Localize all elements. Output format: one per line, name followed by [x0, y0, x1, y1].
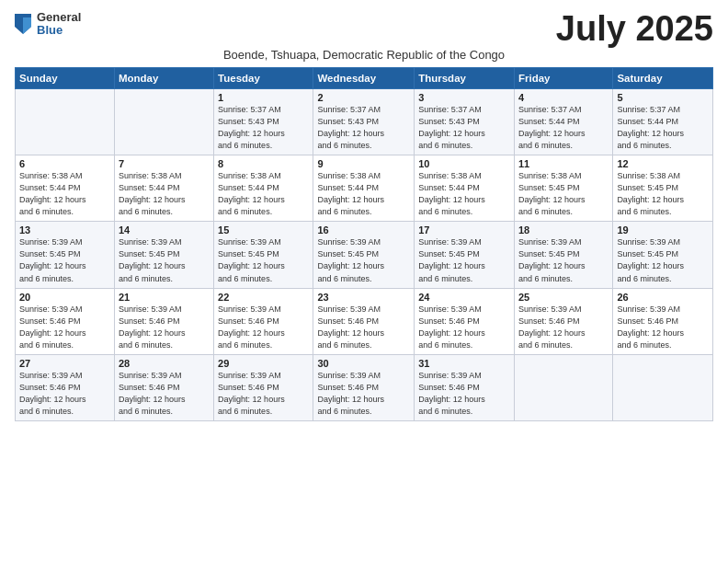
calendar-week-4: 20Sunrise: 5:39 AMSunset: 5:46 PMDayligh…	[16, 288, 713, 354]
calendar-cell: 8Sunrise: 5:38 AMSunset: 5:44 PMDaylight…	[214, 155, 313, 222]
day-number: 29	[218, 358, 309, 369]
calendar-cell: 13Sunrise: 5:39 AMSunset: 5:45 PMDayligh…	[16, 222, 115, 288]
day-number: 14	[119, 224, 210, 236]
day-number: 12	[617, 158, 709, 169]
calendar-week-3: 13Sunrise: 5:39 AMSunset: 5:45 PMDayligh…	[16, 222, 713, 288]
logo-general: General	[37, 11, 81, 24]
day-info: Sunrise: 5:39 AMSunset: 5:45 PMDaylight:…	[317, 236, 410, 284]
day-info: Sunrise: 5:38 AMSunset: 5:44 PMDaylight:…	[418, 170, 510, 218]
day-number: 15	[218, 224, 309, 236]
page: General Blue July 2025 Boende, Tshuapa, …	[0, 0, 728, 563]
day-number: 22	[218, 292, 309, 303]
day-number: 20	[19, 292, 110, 303]
day-info: Sunrise: 5:39 AMSunset: 5:46 PMDaylight:…	[119, 370, 210, 418]
day-number: 4	[518, 92, 609, 103]
day-info: Sunrise: 5:39 AMSunset: 5:46 PMDaylight:…	[617, 304, 709, 351]
calendar-cell: 20Sunrise: 5:39 AMSunset: 5:46 PMDayligh…	[16, 288, 115, 354]
day-info: Sunrise: 5:39 AMSunset: 5:45 PMDaylight:…	[119, 236, 210, 284]
header-friday: Friday	[514, 68, 612, 89]
day-info: Sunrise: 5:39 AMSunset: 5:46 PMDaylight:…	[218, 304, 309, 351]
day-number: 5	[617, 92, 709, 103]
calendar-week-2: 6Sunrise: 5:38 AMSunset: 5:44 PMDaylight…	[16, 155, 713, 222]
calendar-cell: 9Sunrise: 5:38 AMSunset: 5:44 PMDaylight…	[313, 155, 415, 222]
day-info: Sunrise: 5:39 AMSunset: 5:46 PMDaylight:…	[418, 304, 510, 351]
day-info: Sunrise: 5:39 AMSunset: 5:45 PMDaylight:…	[19, 236, 110, 284]
day-info: Sunrise: 5:37 AMSunset: 5:43 PMDaylight:…	[218, 104, 309, 152]
calendar-cell: 3Sunrise: 5:37 AMSunset: 5:43 PMDaylight…	[415, 89, 515, 155]
day-number: 24	[418, 292, 510, 303]
calendar-cell: 11Sunrise: 5:38 AMSunset: 5:45 PMDayligh…	[514, 155, 612, 222]
day-info: Sunrise: 5:37 AMSunset: 5:44 PMDaylight:…	[518, 104, 609, 152]
logo-text: General Blue	[37, 11, 81, 38]
day-info: Sunrise: 5:39 AMSunset: 5:46 PMDaylight:…	[317, 304, 410, 351]
logo: General Blue	[15, 11, 81, 38]
day-number: 2	[317, 92, 410, 103]
day-info: Sunrise: 5:39 AMSunset: 5:46 PMDaylight:…	[317, 370, 410, 418]
day-info: Sunrise: 5:39 AMSunset: 5:46 PMDaylight:…	[19, 370, 110, 418]
day-number: 7	[119, 158, 210, 169]
calendar-cell: 24Sunrise: 5:39 AMSunset: 5:46 PMDayligh…	[415, 288, 515, 354]
calendar-cell: 29Sunrise: 5:39 AMSunset: 5:46 PMDayligh…	[214, 354, 313, 420]
day-number: 27	[19, 358, 110, 369]
calendar-table: Sunday Monday Tuesday Wednesday Thursday…	[15, 67, 713, 421]
day-info: Sunrise: 5:39 AMSunset: 5:46 PMDaylight:…	[19, 304, 110, 351]
calendar-cell: 27Sunrise: 5:39 AMSunset: 5:46 PMDayligh…	[16, 354, 115, 420]
day-info: Sunrise: 5:39 AMSunset: 5:45 PMDaylight:…	[418, 236, 510, 284]
day-info: Sunrise: 5:39 AMSunset: 5:45 PMDaylight:…	[518, 236, 609, 284]
logo-blue: Blue	[37, 24, 81, 37]
header: General Blue July 2025	[15, 11, 713, 46]
logo-icon	[15, 14, 31, 34]
calendar-cell: 26Sunrise: 5:39 AMSunset: 5:46 PMDayligh…	[613, 288, 713, 354]
day-info: Sunrise: 5:39 AMSunset: 5:46 PMDaylight:…	[518, 304, 609, 351]
day-number: 10	[418, 158, 510, 169]
day-info: Sunrise: 5:38 AMSunset: 5:45 PMDaylight:…	[518, 170, 609, 218]
calendar-cell: 28Sunrise: 5:39 AMSunset: 5:46 PMDayligh…	[114, 354, 213, 420]
header-sunday: Sunday	[16, 68, 115, 89]
day-number: 25	[518, 292, 609, 303]
calendar-cell: 7Sunrise: 5:38 AMSunset: 5:44 PMDaylight…	[114, 155, 213, 222]
day-number: 9	[317, 158, 410, 169]
day-info: Sunrise: 5:37 AMSunset: 5:43 PMDaylight:…	[418, 104, 510, 152]
header-tuesday: Tuesday	[214, 68, 313, 89]
header-monday: Monday	[114, 68, 213, 89]
calendar-cell: 19Sunrise: 5:39 AMSunset: 5:45 PMDayligh…	[613, 222, 713, 288]
day-number: 19	[617, 224, 709, 236]
header-thursday: Thursday	[415, 68, 515, 89]
day-info: Sunrise: 5:38 AMSunset: 5:44 PMDaylight:…	[19, 170, 110, 218]
day-number: 13	[19, 224, 110, 236]
day-number: 23	[317, 292, 410, 303]
calendar-week-1: 1Sunrise: 5:37 AMSunset: 5:43 PMDaylight…	[16, 89, 713, 155]
calendar-cell	[114, 89, 213, 155]
day-info: Sunrise: 5:39 AMSunset: 5:45 PMDaylight:…	[218, 236, 309, 284]
day-number: 17	[418, 224, 510, 236]
day-number: 31	[418, 358, 510, 369]
day-info: Sunrise: 5:39 AMSunset: 5:46 PMDaylight:…	[218, 370, 309, 418]
day-info: Sunrise: 5:38 AMSunset: 5:44 PMDaylight:…	[317, 170, 410, 218]
calendar-cell: 23Sunrise: 5:39 AMSunset: 5:46 PMDayligh…	[313, 288, 415, 354]
day-number: 30	[317, 358, 410, 369]
calendar-cell: 12Sunrise: 5:38 AMSunset: 5:45 PMDayligh…	[613, 155, 713, 222]
day-number: 26	[617, 292, 709, 303]
day-info: Sunrise: 5:39 AMSunset: 5:46 PMDaylight:…	[418, 370, 510, 418]
header-saturday: Saturday	[613, 68, 713, 89]
day-info: Sunrise: 5:39 AMSunset: 5:46 PMDaylight:…	[119, 304, 210, 351]
day-number: 1	[218, 92, 309, 103]
calendar-cell: 31Sunrise: 5:39 AMSunset: 5:46 PMDayligh…	[415, 354, 515, 420]
day-number: 21	[119, 292, 210, 303]
calendar-cell	[16, 89, 115, 155]
calendar-cell: 4Sunrise: 5:37 AMSunset: 5:44 PMDaylight…	[514, 89, 612, 155]
calendar-week-5: 27Sunrise: 5:39 AMSunset: 5:46 PMDayligh…	[16, 354, 713, 420]
calendar-title: July 2025	[556, 11, 713, 46]
calendar-cell: 1Sunrise: 5:37 AMSunset: 5:43 PMDaylight…	[214, 89, 313, 155]
day-info: Sunrise: 5:38 AMSunset: 5:44 PMDaylight:…	[119, 170, 210, 218]
calendar-cell: 30Sunrise: 5:39 AMSunset: 5:46 PMDayligh…	[313, 354, 415, 420]
day-number: 28	[119, 358, 210, 369]
calendar-cell: 6Sunrise: 5:38 AMSunset: 5:44 PMDaylight…	[16, 155, 115, 222]
day-info: Sunrise: 5:38 AMSunset: 5:44 PMDaylight:…	[218, 170, 309, 218]
calendar-cell: 10Sunrise: 5:38 AMSunset: 5:44 PMDayligh…	[415, 155, 515, 222]
day-number: 16	[317, 224, 410, 236]
day-number: 6	[19, 158, 110, 169]
calendar-cell: 22Sunrise: 5:39 AMSunset: 5:46 PMDayligh…	[214, 288, 313, 354]
calendar-cell	[514, 354, 612, 420]
calendar-cell: 5Sunrise: 5:37 AMSunset: 5:44 PMDaylight…	[613, 89, 713, 155]
